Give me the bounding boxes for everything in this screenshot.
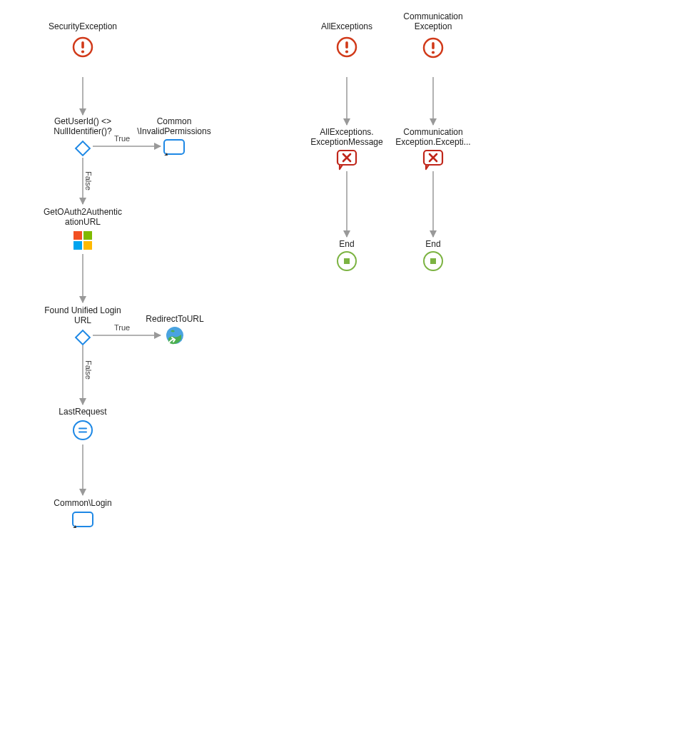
svg-rect-12 [81, 41, 84, 49]
edge-label-false-1: False [84, 171, 93, 190]
node-end-communication-exception[interactable]: End [415, 239, 452, 275]
svg-rect-41 [430, 258, 436, 264]
flowchart-canvas: SecurityException GetUserId() <> NullIde… [0, 0, 700, 752]
svg-rect-27 [345, 41, 348, 49]
svg-rect-35 [432, 42, 435, 49]
svg-rect-15 [164, 140, 184, 154]
node-end-all-exceptions[interactable]: End [328, 239, 365, 275]
node-invalid-permissions[interactable]: Common \InvalidPermissions [134, 116, 214, 159]
screen-icon [163, 138, 186, 159]
node-label: Found Unified Login URL [40, 305, 126, 326]
svg-point-36 [432, 51, 435, 54]
node-label: AllExceptions [314, 21, 380, 31]
node-communication-exception-message[interactable]: Communication Exception.Excepti... [392, 127, 475, 173]
node-label: Common \InvalidPermissions [134, 116, 214, 137]
node-label: End [328, 239, 365, 249]
svg-rect-16 [73, 231, 82, 240]
error-message-icon [335, 149, 358, 173]
edge-label-true-1: True [114, 134, 130, 143]
svg-rect-20 [76, 330, 90, 345]
node-all-exceptions[interactable]: AllExceptions [314, 21, 380, 61]
node-last-request[interactable]: LastRequest [50, 407, 116, 444]
node-label: Communication Exception [392, 11, 475, 32]
node-label: GetUserId() <> NullIdentifier()? [40, 116, 126, 137]
exception-icon [335, 36, 358, 61]
svg-rect-19 [83, 241, 92, 250]
node-label: SecurityException [43, 21, 123, 31]
node-label: End [415, 239, 452, 249]
svg-rect-18 [73, 241, 82, 250]
node-label: LastRequest [50, 407, 116, 417]
svg-rect-33 [344, 258, 350, 264]
globe-icon [165, 325, 185, 347]
svg-rect-25 [73, 512, 93, 527]
node-communication-exception[interactable]: Communication Exception [392, 11, 475, 61]
exception-icon [71, 36, 94, 61]
svg-rect-17 [83, 231, 92, 240]
edge-label-true-2: True [114, 323, 130, 332]
edge-label-false-2: False [84, 360, 93, 380]
svg-point-28 [345, 51, 348, 54]
diamond-icon [73, 138, 93, 161]
svg-rect-14 [76, 141, 90, 156]
arrows-layer [0, 0, 700, 752]
node-found-unified-login[interactable]: Found Unified Login URL [40, 305, 126, 350]
end-icon [336, 250, 357, 274]
node-redirect-to-url[interactable]: RedirectToURL [143, 314, 207, 348]
assign-icon [72, 420, 93, 443]
svg-point-22 [73, 421, 92, 439]
node-label: AllExceptions. ExceptionMessage [304, 127, 390, 148]
node-label: Common\Login [46, 498, 120, 508]
node-label: GetOAuth2Authentic ationURL [40, 207, 126, 228]
svg-point-13 [81, 51, 84, 54]
node-security-exception[interactable]: SecurityException [43, 21, 123, 61]
node-getuserid-decision[interactable]: GetUserId() <> NullIdentifier()? [40, 116, 126, 161]
node-label: Communication Exception.Excepti... [392, 127, 475, 148]
exception-icon [422, 36, 445, 61]
node-get-oauth-url[interactable]: GetOAuth2Authentic ationURL [40, 207, 126, 253]
node-common-login[interactable]: Common\Login [46, 498, 120, 532]
diamond-icon [73, 327, 93, 350]
end-icon [422, 250, 444, 274]
node-label: RedirectToURL [143, 314, 207, 324]
error-message-icon [422, 149, 445, 173]
microsoft-icon [73, 230, 93, 253]
node-all-exceptions-message[interactable]: AllExceptions. ExceptionMessage [304, 127, 390, 173]
screen-icon [71, 511, 94, 532]
